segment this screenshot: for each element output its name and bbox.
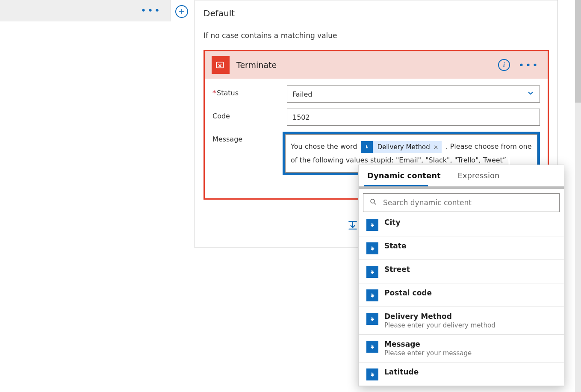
dynamic-content-item[interactable]: MessagePlease enter your message [359, 335, 564, 363]
dynamic-content-item[interactable]: City [359, 213, 564, 236]
dynamic-item-text: Postal code [384, 289, 432, 297]
dynamic-item-title: Message [384, 340, 472, 348]
dynamic-content-item[interactable]: Delivery MethodPlease enter your deliver… [359, 307, 564, 335]
svg-point-1 [371, 199, 375, 203]
search-icon [369, 198, 377, 207]
svg-rect-0 [216, 62, 223, 68]
popover-tabs: Dynamic content Expression [359, 165, 564, 185]
add-step-button[interactable] [175, 5, 188, 18]
info-icon[interactable]: i [498, 59, 510, 71]
code-label: Code [212, 109, 287, 120]
dynamic-value-icon [366, 266, 378, 278]
terminate-title: Terminate [236, 60, 491, 70]
dynamic-value-icon [366, 289, 378, 301]
previous-step-stub: ••• [0, 0, 171, 21]
dynamic-content-item[interactable]: Latitude [359, 363, 564, 386]
dynamic-content-item[interactable]: Street [359, 260, 564, 283]
chevron-down-icon [527, 89, 534, 99]
dynamic-token-delivery-method[interactable]: Delivery Method × [361, 141, 442, 153]
dynamic-item-title: State [384, 242, 407, 250]
message-label: Message [212, 132, 287, 143]
dynamic-content-popover: Dynamic content Expression CityStateStre… [358, 165, 564, 386]
code-row: Code [212, 109, 540, 126]
dynamic-item-text: Delivery MethodPlease enter your deliver… [384, 312, 495, 329]
status-row: *Status Failed [212, 85, 540, 103]
dynamic-value-icon [366, 368, 378, 380]
dynamic-content-item[interactable]: State [359, 236, 564, 260]
terminate-action-header[interactable]: Terminate i ••• [205, 51, 548, 79]
step-menu-icon[interactable]: ••• [141, 5, 161, 16]
status-select[interactable]: Failed [287, 85, 540, 103]
scrollbar-track[interactable] [575, 0, 581, 392]
code-input[interactable] [287, 109, 540, 126]
dynamic-item-text: Street [384, 265, 410, 274]
search-input[interactable] [382, 198, 553, 207]
dynamic-value-icon [366, 313, 378, 325]
dynamic-item-subtitle: Please enter your delivery method [384, 321, 495, 329]
dynamic-item-title: Latitude [384, 368, 419, 376]
plus-icon [178, 8, 185, 15]
scrollbar-thumb[interactable] [575, 0, 581, 103]
text-cursor [509, 156, 509, 165]
status-selected-value: Failed [292, 90, 312, 98]
status-label: *Status [212, 85, 287, 97]
dynamic-item-title: Street [384, 265, 410, 274]
insert-step-button[interactable] [346, 219, 359, 232]
dynamic-value-icon [366, 341, 378, 353]
token-label: Delivery Method [377, 140, 430, 154]
dynamic-content-list: CityStateStreetPostal codeDelivery Metho… [359, 213, 564, 386]
dynamic-item-subtitle: Please enter your message [384, 349, 472, 357]
dynamic-item-title: Postal code [384, 289, 432, 297]
tab-bar-background [359, 186, 564, 189]
dynamic-item-text: City [384, 218, 401, 227]
tab-expression[interactable]: Expression [458, 171, 500, 185]
dynamic-content-search[interactable] [363, 193, 560, 212]
action-menu-icon[interactable]: ••• [517, 60, 541, 71]
dynamic-value-icon [366, 219, 378, 231]
dynamic-item-text: MessagePlease enter your message [384, 340, 472, 357]
dynamic-item-text: State [384, 242, 407, 250]
dynamic-item-title: Delivery Method [384, 312, 495, 321]
case-title: Default [195, 0, 557, 31]
dynamic-item-title: City [384, 218, 401, 227]
case-subtitle: If no case contains a matching value [195, 31, 557, 50]
message-text-prefix: You chose the word [291, 142, 359, 150]
dynamic-value-icon [366, 242, 378, 254]
tab-dynamic-content[interactable]: Dynamic content [367, 171, 441, 185]
dynamic-content-item[interactable]: Postal code [359, 283, 564, 307]
dynamic-item-text: Latitude [384, 368, 419, 376]
terminate-icon [212, 56, 230, 74]
token-remove-icon[interactable]: × [434, 140, 439, 154]
